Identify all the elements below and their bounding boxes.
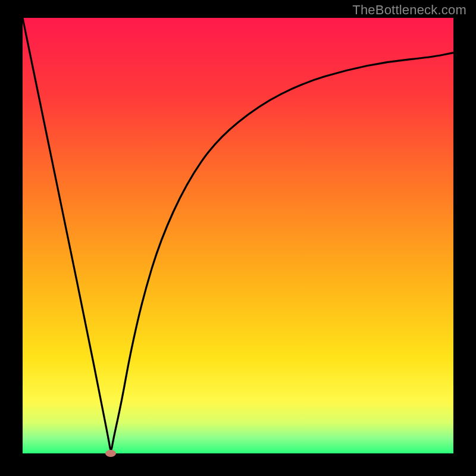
chart-container: TheBottleneck.com bbox=[0, 0, 476, 476]
plot-frame bbox=[23, 18, 453, 453]
curve-path bbox=[23, 18, 453, 450]
optimum-marker bbox=[105, 450, 116, 457]
bottleneck-curve bbox=[23, 18, 453, 453]
attribution-text: TheBottleneck.com bbox=[352, 2, 466, 18]
